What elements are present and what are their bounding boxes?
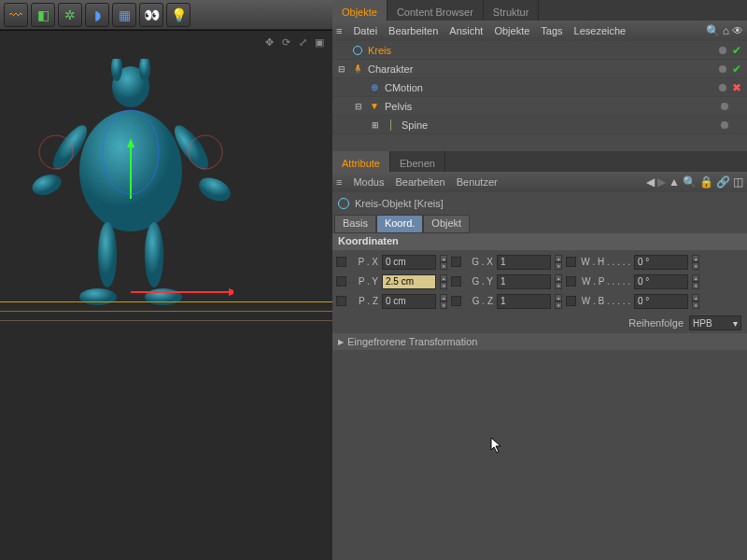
spin-down-icon[interactable]: ▾: [440, 262, 447, 270]
menu-view[interactable]: Ansicht: [449, 25, 483, 36]
order-select[interactable]: HPB▾: [689, 315, 741, 330]
spin-up-icon[interactable]: ▴: [440, 255, 447, 262]
light-tool-icon[interactable]: 💡: [166, 3, 190, 27]
subtab-basis[interactable]: Basis: [334, 215, 376, 233]
wp-input[interactable]: [634, 274, 688, 289]
wb-input[interactable]: [634, 294, 688, 309]
scale-gizmo-icon[interactable]: ⤢: [295, 35, 310, 49]
up-icon[interactable]: ▲: [669, 175, 680, 189]
subtab-objekt[interactable]: Objekt: [423, 215, 470, 233]
object-header: Kreis-Objekt [Kreis]: [332, 192, 747, 215]
anim-checkbox[interactable]: [451, 276, 461, 287]
expander-icon[interactable]: ⊟: [336, 64, 347, 74]
spin-up-icon[interactable]: ▴: [440, 294, 447, 301]
gx-input[interactable]: [497, 255, 551, 270]
svg-point-6: [30, 171, 64, 199]
panel-tabs: Objekte Content Browser Struktur: [332, 0, 747, 21]
back-icon[interactable]: ◀: [646, 175, 655, 189]
visibility-dots[interactable]: ✔: [719, 44, 741, 57]
spin-down-icon[interactable]: ▾: [555, 282, 562, 289]
curve-tool-icon[interactable]: 〰: [4, 3, 28, 27]
spin-up-icon[interactable]: ▴: [555, 274, 562, 282]
spin-up-icon[interactable]: ▴: [692, 294, 699, 301]
menu-file[interactable]: Datei: [353, 25, 377, 36]
floor-line: [0, 301, 332, 302]
frozen-transform-section[interactable]: ▶ Eingefrorene Transformation: [332, 333, 747, 350]
hamburger-icon[interactable]: ≡: [336, 176, 342, 188]
tab-objects[interactable]: Objekte: [332, 0, 388, 21]
tree-row[interactable]: ⊞│Spine: [332, 116, 747, 134]
object-tree[interactable]: Kreis✔⊟🧍Charakter✔⊕CMotion✖⊟▼Pelvis⊞│Spi…: [332, 41, 747, 151]
py-input[interactable]: [382, 274, 436, 289]
anim-checkbox[interactable]: [336, 257, 346, 267]
gz-input[interactable]: [497, 294, 551, 309]
array-tool-icon[interactable]: ✲: [58, 3, 82, 27]
visibility-dots[interactable]: ✖: [719, 81, 741, 94]
menu-bookmarks[interactable]: Lesezeiche: [574, 25, 627, 36]
anim-checkbox[interactable]: [336, 296, 346, 306]
spin-up-icon[interactable]: ▴: [692, 274, 699, 282]
anim-checkbox[interactable]: [451, 296, 461, 306]
wh-input[interactable]: [634, 255, 688, 270]
spin-up-icon[interactable]: ▴: [692, 255, 699, 262]
anim-checkbox[interactable]: [336, 276, 346, 287]
anim-checkbox[interactable]: [566, 257, 576, 267]
fwd-icon[interactable]: ▶: [657, 175, 666, 189]
menu-tags[interactable]: Tags: [541, 25, 562, 36]
tree-row[interactable]: ⊕CMotion✖: [332, 78, 747, 97]
search-icon[interactable]: 🔍: [683, 175, 697, 189]
floor-tool-icon[interactable]: ▦: [112, 3, 136, 27]
eye-icon[interactable]: 👁: [732, 24, 743, 37]
spin-down-icon[interactable]: ▾: [440, 301, 447, 309]
spin-down-icon[interactable]: ▾: [555, 262, 562, 270]
subtab-koord[interactable]: Koord.: [376, 215, 423, 233]
menu-mode[interactable]: Modus: [353, 176, 384, 188]
menu-user[interactable]: Benutzer: [457, 176, 498, 188]
spin-up-icon[interactable]: ▴: [555, 255, 562, 262]
tab-layers[interactable]: Ebenen: [390, 151, 445, 172]
spin-down-icon[interactable]: ▾: [692, 282, 699, 289]
spin-down-icon[interactable]: ▾: [555, 301, 562, 309]
move-gizmo-icon[interactable]: ✥: [261, 35, 276, 49]
visibility-dots[interactable]: [721, 103, 741, 110]
anim-checkbox[interactable]: [566, 296, 576, 306]
tab-attribute[interactable]: Attribute: [332, 151, 390, 172]
tab-structure[interactable]: Struktur: [484, 0, 540, 21]
render-tool-icon[interactable]: 👀: [139, 3, 163, 27]
link-icon[interactable]: 🔗: [716, 175, 730, 189]
svg-point-9: [145, 222, 163, 287]
spin-down-icon[interactable]: ▾: [692, 301, 699, 309]
tree-row[interactable]: ⊟▼Pelvis: [332, 97, 747, 116]
px-input[interactable]: [382, 255, 436, 270]
menu-edit[interactable]: Bearbeiten: [388, 25, 438, 36]
visibility-dots[interactable]: ✔: [719, 63, 741, 76]
coordinates-panel: P . X▴▾G . X▴▾W . H . . . . .▴▾P . Y▴▾G …: [332, 250, 747, 313]
expander-icon[interactable]: ⊞: [370, 120, 381, 130]
cube-tool-icon[interactable]: ◧: [31, 3, 55, 27]
maximize-icon[interactable]: ▣: [312, 35, 327, 49]
menu-edit[interactable]: Bearbeiten: [395, 176, 444, 188]
menu-objects[interactable]: Objekte: [494, 25, 529, 36]
tree-row[interactable]: ⊟🧍Charakter✔: [332, 60, 747, 78]
expander-icon[interactable]: ⊟: [353, 102, 364, 111]
tab-content-browser[interactable]: Content Browser: [388, 0, 484, 21]
lock-icon[interactable]: 🔒: [699, 175, 713, 189]
anim-checkbox[interactable]: [451, 257, 461, 267]
gy-input[interactable]: [497, 274, 551, 289]
pz-input[interactable]: [382, 294, 436, 309]
new-icon[interactable]: ◫: [733, 175, 743, 189]
3d-viewport[interactable]: ✥ ⟳ ⤢ ▣: [0, 30, 332, 560]
visibility-dots[interactable]: [721, 121, 741, 129]
rotate-gizmo-icon[interactable]: ⟳: [278, 35, 293, 49]
spin-up-icon[interactable]: ▴: [440, 274, 447, 282]
tree-row[interactable]: Kreis✔: [332, 41, 747, 60]
spin-up-icon[interactable]: ▴: [555, 294, 562, 301]
surface-tool-icon[interactable]: ◗: [85, 3, 109, 27]
home-icon[interactable]: ⌂: [723, 24, 729, 37]
spin-down-icon[interactable]: ▾: [440, 282, 447, 289]
floor-line: [0, 320, 332, 321]
search-icon[interactable]: 🔍: [706, 24, 720, 37]
hamburger-icon[interactable]: ≡: [336, 25, 342, 36]
spin-down-icon[interactable]: ▾: [692, 262, 699, 270]
anim-checkbox[interactable]: [566, 276, 576, 287]
